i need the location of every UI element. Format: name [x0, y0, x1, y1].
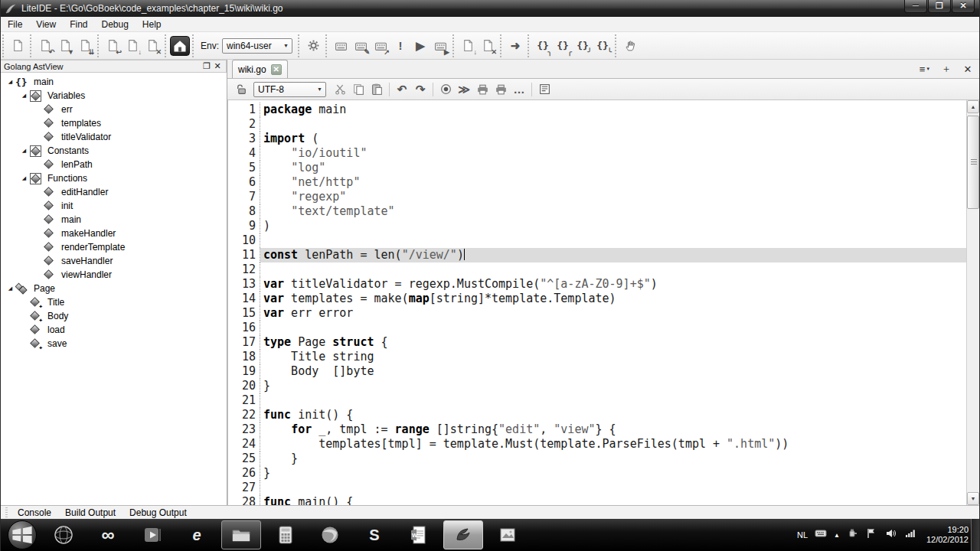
photo-viewer-icon[interactable]: [488, 520, 528, 549]
scroll-thumb[interactable]: [967, 116, 979, 209]
power-icon[interactable]: [847, 527, 859, 543]
volume-icon[interactable]: [885, 527, 897, 543]
code-line[interactable]: 22func init() {: [228, 408, 966, 422]
code-line[interactable]: 7 "regexp": [228, 190, 966, 204]
paste-icon[interactable]: [368, 81, 386, 98]
code-line[interactable]: 26}: [228, 466, 966, 481]
media-player-icon[interactable]: [132, 520, 172, 549]
exclamation-icon[interactable]: !: [390, 36, 410, 56]
tree-item-saveHandler[interactable]: saveHandler: [1, 254, 227, 268]
tab-wiki-go[interactable]: wiki.go ✕: [232, 60, 288, 78]
explorer-icon[interactable]: [221, 520, 261, 549]
code-line[interactable]: 19 Body []byte: [228, 364, 966, 379]
brace-fold-icon[interactable]: {}╮: [533, 36, 553, 56]
hidden-icons-arrow[interactable]: ▲: [834, 532, 840, 539]
language-indicator[interactable]: NL: [797, 530, 808, 540]
ie-icon[interactable]: e: [177, 520, 217, 549]
doc-export-icon[interactable]: ↓: [458, 36, 478, 56]
code-line[interactable]: 1package main: [228, 103, 966, 117]
tree-item-err[interactable]: err: [1, 103, 227, 116]
scroll-up-icon[interactable]: ▲: [967, 100, 979, 113]
output-tab-console[interactable]: Console: [11, 507, 58, 519]
menu-view[interactable]: View: [29, 18, 63, 31]
scroll-down-icon[interactable]: ▼: [967, 492, 979, 505]
tab-list-icon[interactable]: ≡▼: [916, 62, 933, 76]
close-editor-icon[interactable]: ✕: [959, 62, 976, 76]
close-panel-icon[interactable]: ✕: [212, 61, 223, 71]
vertical-scrollbar[interactable]: ▲ ▼: [966, 100, 979, 505]
code-line[interactable]: 5 "log": [228, 161, 966, 175]
file-back-icon[interactable]: ↩: [103, 36, 122, 56]
print-preview-icon[interactable]: [492, 81, 510, 98]
menu-help[interactable]: Help: [136, 18, 168, 31]
tree-item-lenPath[interactable]: lenPath: [1, 158, 227, 171]
tree-item-load[interactable]: load: [1, 323, 227, 337]
tree-item-titleValidator[interactable]: titleValidator: [1, 130, 227, 144]
tree-item-Constants[interactable]: ◢Constants: [1, 144, 227, 158]
titlebar[interactable]: LiteIDE - E:\Go\GoBoek\code_examples\cha…: [1, 0, 979, 17]
menu-find[interactable]: Find: [63, 18, 94, 31]
output-tab-build-output[interactable]: Build Output: [58, 507, 122, 519]
more-icon[interactable]: …: [510, 81, 528, 98]
calculator-icon[interactable]: [266, 520, 305, 549]
menu-file[interactable]: File: [1, 18, 29, 31]
tree-item-templates[interactable]: templates: [1, 116, 227, 130]
code-line[interactable]: 23 for _, tmpl := range []string{"edit",…: [228, 422, 966, 437]
infinity-icon[interactable]: ∞: [88, 520, 128, 549]
code-line[interactable]: 8 "text/template": [228, 204, 966, 219]
close-button[interactable]: ✕: [952, 0, 975, 13]
file-close-icon[interactable]: ✕: [142, 36, 162, 56]
save-file-icon[interactable]: ▼: [55, 36, 75, 56]
code-line[interactable]: 17type Page struct {: [228, 335, 966, 350]
revert-file-icon[interactable]: ↶: [35, 36, 55, 56]
code-line[interactable]: 11const lenPath = len("/view/"): [228, 248, 966, 262]
build-run-icon[interactable]: ▶: [430, 36, 450, 56]
tree-item-Body[interactable]: ✦Body: [1, 309, 227, 323]
code-line[interactable]: 16: [228, 321, 966, 335]
build-file-icon[interactable]: ✎: [351, 36, 371, 56]
tree-item-init[interactable]: init: [1, 199, 227, 213]
code-line[interactable]: 24 templates[tmpl] = template.Must(templ…: [228, 437, 966, 452]
tree-item-main[interactable]: main: [1, 213, 227, 227]
menu-debug[interactable]: Debug: [94, 18, 135, 31]
tree-item-Page[interactable]: ◢Page: [1, 282, 227, 295]
brace-fold-all-icon[interactable]: {}╯: [573, 36, 593, 56]
code-line[interactable]: 14var templates = make(map[string]*templ…: [228, 292, 966, 306]
start-button[interactable]: [8, 520, 37, 549]
capture-tool-icon[interactable]: [443, 520, 483, 549]
lock-icon[interactable]: [232, 81, 250, 98]
copy-icon[interactable]: [349, 81, 368, 98]
undo-icon[interactable]: ↶: [393, 81, 411, 98]
tree-item-Functions[interactable]: ◢Functions: [1, 171, 227, 185]
tree-item-editHandler[interactable]: editHandler: [1, 185, 227, 199]
code-line[interactable]: 9): [228, 219, 966, 233]
code-line[interactable]: 20}: [228, 379, 966, 393]
doc-list-icon[interactable]: [535, 81, 554, 98]
tree-item-save[interactable]: ✦save: [1, 337, 227, 350]
code-line[interactable]: 3import (: [228, 132, 966, 146]
code-line[interactable]: 10: [228, 233, 966, 248]
brace-unfold-all-icon[interactable]: {}╰: [593, 36, 612, 56]
save-all-icon[interactable]: ⇊: [75, 36, 95, 56]
keyboard-icon[interactable]: [815, 527, 827, 543]
hand-icon[interactable]: [620, 36, 640, 56]
redo-icon[interactable]: ↷: [411, 81, 430, 98]
options-gear-icon[interactable]: [303, 36, 323, 56]
vs-sphere-icon[interactable]: [44, 520, 83, 549]
doc-close-icon[interactable]: ✕: [478, 36, 498, 56]
code-line[interactable]: 12: [228, 262, 966, 277]
network-icon[interactable]: [904, 527, 916, 543]
tab-close-icon[interactable]: ✕: [271, 64, 282, 75]
play-edit-icon[interactable]: ≫: [455, 81, 473, 98]
split-add-icon[interactable]: ＋: [938, 62, 955, 76]
firefox-icon[interactable]: [310, 520, 350, 549]
env-selector[interactable]: win64-user: [222, 38, 292, 54]
brace-unfold-icon[interactable]: {}╭: [553, 36, 573, 56]
cut-icon[interactable]: [331, 81, 349, 98]
home-icon[interactable]: [170, 36, 190, 56]
code-line[interactable]: 4 "io/ioutil": [228, 146, 966, 161]
word-icon[interactable]: W: [399, 520, 439, 549]
build-install-icon[interactable]: ↗: [371, 36, 390, 56]
file-reload-icon[interactable]: ↓: [122, 36, 142, 56]
code-line[interactable]: 15var err error: [228, 306, 966, 321]
